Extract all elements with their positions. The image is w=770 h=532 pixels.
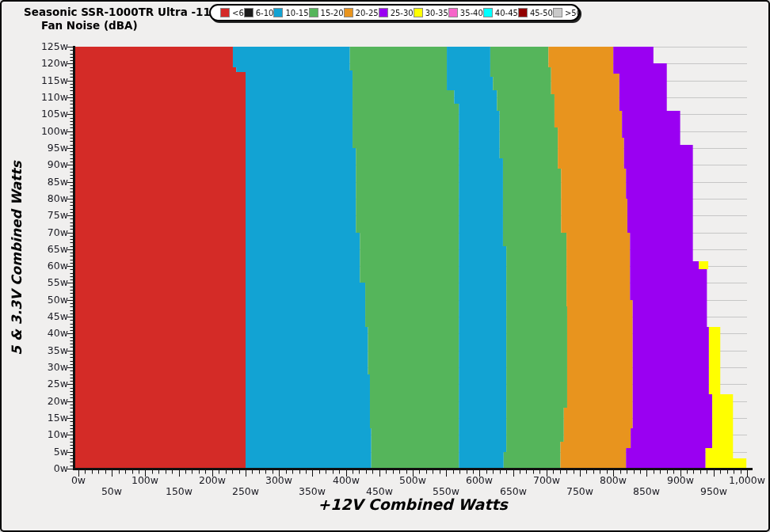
y-tick-label: 25w	[32, 378, 68, 390]
legend-label: 40-45	[495, 9, 518, 17]
y-tick-label: 115w	[32, 74, 68, 86]
y-tick-label: 0w	[32, 462, 68, 474]
y-tick-label: 60w	[32, 260, 68, 272]
legend-item: >50	[553, 8, 581, 17]
y-tick-label: 5w	[32, 446, 68, 458]
legend-swatch	[244, 8, 253, 17]
legend-label: 20-25	[356, 9, 379, 17]
legend-swatch	[344, 8, 353, 17]
y-tick-label: 95w	[32, 142, 68, 154]
x-tick-label: 200w	[187, 474, 238, 486]
y-tick-label: 40w	[32, 327, 68, 339]
y-tick-label: 75w	[32, 209, 68, 221]
y-axis-title: 5 & 3.3V Combined Watts	[9, 48, 29, 469]
y-tick-label: 90w	[32, 158, 68, 170]
legend-label: >50	[565, 9, 581, 17]
x-tick-label: 600w	[454, 474, 505, 486]
y-tick-label: 30w	[32, 361, 68, 373]
y-tick-label: 50w	[32, 294, 68, 306]
legend-item: 6-10	[244, 8, 274, 17]
x-tick-label: 900w	[655, 474, 706, 486]
y-tick-label: 45w	[32, 310, 68, 322]
x-tick-label: 0w	[53, 474, 104, 486]
legend-swatch	[414, 8, 423, 17]
x-tick-label: 500w	[387, 474, 438, 486]
y-tick-label: 15w	[32, 412, 68, 424]
legend-swatch	[518, 8, 528, 17]
legend-item: 20-25	[344, 8, 379, 17]
legend-item: 25-30	[379, 8, 414, 17]
legend-label: 30-35	[425, 9, 448, 17]
legend-label: 25-30	[391, 9, 414, 17]
x-tick-label: 100w	[120, 474, 170, 486]
legend-item: 30-35	[414, 8, 448, 17]
y-tick-label: 70w	[32, 226, 68, 238]
legend-item: 15-20	[309, 8, 344, 17]
legend-item: 45-50	[518, 8, 553, 17]
legend-item: <6	[220, 8, 244, 17]
legend-label: <6	[232, 9, 244, 17]
y-tick-label: 20w	[32, 395, 68, 407]
y-tick-label: 10w	[32, 428, 68, 440]
y-tick-label: 65w	[32, 243, 68, 255]
legend-item: 10-15	[273, 8, 308, 17]
y-tick-label: 120w	[32, 57, 68, 69]
y-tick-label: 110w	[32, 91, 68, 103]
x-axis-title: +12V Combined Watts	[78, 496, 747, 513]
noise-legend: <66-1010-1515-2020-2525-3030-3535-4040-4…	[209, 4, 580, 21]
legend-label: 6-10	[256, 9, 274, 17]
x-tick-label: 400w	[321, 474, 372, 486]
fan-noise-heatmap-canvas	[2, 2, 770, 532]
legend-swatch	[483, 8, 493, 17]
y-tick-label: 85w	[32, 176, 68, 188]
legend-swatch	[553, 8, 562, 17]
legend-swatch	[379, 8, 388, 17]
y-tick-label: 55w	[32, 276, 68, 288]
y-tick-label: 125w	[32, 40, 68, 52]
legend-swatch	[220, 8, 230, 17]
y-tick-label: 80w	[32, 192, 68, 204]
legend-label: 15-20	[321, 9, 344, 17]
legend-label: 35-40	[460, 9, 483, 17]
x-tick-label: 1,000w	[722, 474, 770, 486]
legend-swatch	[448, 8, 458, 17]
legend-label: 10-15	[285, 9, 308, 17]
y-tick-label: 35w	[32, 344, 68, 356]
chart-window: Seasonic SSR-1000TR Ultra -115V Fan Nois…	[0, 0, 770, 532]
legend-item: 35-40	[448, 8, 483, 17]
legend-label: 45-50	[530, 9, 553, 17]
x-tick-label: 300w	[253, 474, 304, 486]
legend-swatch	[273, 8, 283, 17]
chart-title-line2: Fan Noise (dBA)	[41, 19, 227, 32]
legend-item: 40-45	[483, 8, 518, 17]
x-tick-label: 700w	[521, 474, 572, 486]
chart-title-line1: Seasonic SSR-1000TR Ultra -115V	[24, 6, 227, 19]
x-tick-label: 800w	[588, 474, 638, 486]
y-tick-label: 105w	[32, 108, 68, 120]
chart-title: Seasonic SSR-1000TR Ultra -115V Fan Nois…	[24, 6, 227, 32]
legend-swatch	[309, 8, 318, 17]
y-tick-label: 100w	[32, 125, 68, 137]
